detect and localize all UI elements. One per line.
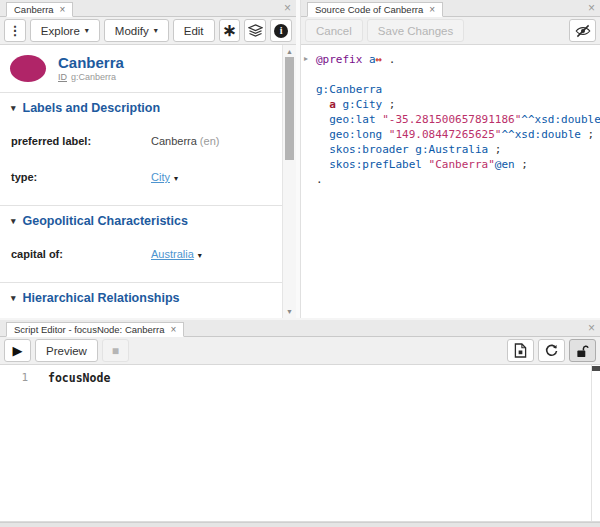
export-script-button[interactable] <box>507 339 534 362</box>
edit-button[interactable]: Edit <box>173 19 215 42</box>
top-row: Canberra × × ⋮ Explore ▾ Modify ▾ E <box>0 0 600 320</box>
code-line: skos:broader g:Australia ; <box>316 142 600 157</box>
code-token: ^^xsd:double <box>521 113 600 126</box>
source-code-editor[interactable]: ▸ @prefix a↔ .g:Canberra a g:City ; geo:… <box>301 45 600 318</box>
tab-script-label: Script Editor - focusNode: Canberra <box>14 324 164 335</box>
script-code-text[interactable]: focusNode <box>48 371 110 385</box>
script-panel-tabbar: Script Editor - focusNode: Canberra × × <box>0 320 600 337</box>
panel-close-icon[interactable]: × <box>588 1 595 15</box>
stop-icon: ■ <box>112 345 119 357</box>
script-scrollbar[interactable] <box>591 365 600 521</box>
language-tag: (en) <box>200 135 220 147</box>
code-line: geo:lat "-35.281500657891186"^^xsd:doubl… <box>316 112 600 127</box>
chevron-down-icon[interactable]: ▾ <box>174 174 178 183</box>
code-token: skos:broader <box>329 143 408 156</box>
edit-label: Edit <box>184 25 204 37</box>
code-token: @prefix <box>316 53 369 66</box>
line-number: 1 <box>0 365 38 384</box>
tab-source-code[interactable]: Source Code of Canberra × <box>307 2 443 17</box>
cancel-button[interactable]: Cancel <box>305 19 363 42</box>
code-token <box>316 113 329 126</box>
capital-of-value-link[interactable]: Australia <box>151 248 194 260</box>
code-token <box>422 158 429 171</box>
window-bottom-strip <box>0 522 600 527</box>
code-token <box>336 98 343 111</box>
tab-close-icon[interactable]: × <box>170 325 176 335</box>
code-line <box>316 67 600 82</box>
modify-dropdown[interactable]: Modify ▾ <box>104 19 169 42</box>
unlock-icon <box>575 344 590 358</box>
section-title: Geopolitical Characteristics <box>23 214 188 228</box>
save-changes-button[interactable]: Save Changes <box>367 19 464 42</box>
section-hierarchical[interactable]: ▾ Hierarchical Relationships <box>0 282 282 311</box>
scroll-up-icon[interactable]: ▲ <box>283 48 296 55</box>
tab-canberra[interactable]: Canberra × <box>6 2 73 17</box>
menu-button[interactable]: ⋮ <box>4 19 26 42</box>
chevron-down-icon[interactable]: ▾ <box>198 251 202 260</box>
collapse-triangle-icon: ▾ <box>11 216 16 226</box>
row-preferred-label: preferred label: Canberra(en) <box>0 127 282 163</box>
code-token: g:Canberra <box>316 83 382 96</box>
prop-label: capital of: <box>11 248 151 260</box>
code-token: ; <box>382 98 395 111</box>
source-code-panel: Source Code of Canberra × × Cancel Save … <box>300 0 600 318</box>
info-button[interactable]: i <box>270 19 292 42</box>
code-token <box>316 158 329 171</box>
entity-avatar <box>10 55 46 82</box>
explore-dropdown[interactable]: Explore ▾ <box>30 19 100 42</box>
section-title: Hierarchical Relationships <box>23 291 180 305</box>
run-button[interactable]: ▶ <box>4 339 31 362</box>
section-geopolitical[interactable]: ▾ Geopolitical Characteristics <box>0 205 282 234</box>
collapse-triangle-icon: ▾ <box>11 103 16 113</box>
line-number-gutter: 1 <box>0 365 38 521</box>
panel-close-icon[interactable]: × <box>588 321 595 335</box>
code-token: "149.08447265625" <box>389 128 502 141</box>
code-token <box>316 98 329 111</box>
hide-button[interactable] <box>569 19 596 42</box>
code-token: @en <box>495 158 515 171</box>
entity-scrollbar[interactable]: ▲ ▼ <box>282 45 296 318</box>
chevron-down-icon: ▾ <box>85 26 89 35</box>
code-token: g:City <box>343 98 383 111</box>
section-labels-description[interactable]: ▾ Labels and Description <box>0 92 282 121</box>
scrollbar-thumb[interactable] <box>592 366 600 371</box>
scroll-down-icon[interactable]: ▼ <box>283 308 296 315</box>
entity-content: Canberra IDg:Canberra ▾ Labels and Descr… <box>0 45 296 318</box>
kebab-menu-icon: ⋮ <box>8 23 21 38</box>
explore-label: Explore <box>41 25 80 37</box>
stop-button[interactable]: ■ <box>102 339 129 362</box>
type-value-link[interactable]: City <box>151 171 170 183</box>
code-token: g:Australia <box>415 143 488 156</box>
entity-header: Canberra IDg:Canberra <box>0 45 282 92</box>
play-icon: ▶ <box>13 344 23 357</box>
lock-toggle-button[interactable] <box>569 339 596 362</box>
section-title: Labels and Description <box>23 101 161 115</box>
code-token: "Canberra" <box>429 158 495 171</box>
code-token: ; <box>581 128 594 141</box>
eye-off-icon <box>574 24 592 38</box>
code-line: skos:prefLabel "Canberra"@en ; <box>316 157 600 172</box>
script-editor-area[interactable]: 1 focusNode <box>0 365 600 522</box>
prop-label: type: <box>11 171 151 183</box>
layers-button[interactable] <box>244 19 266 42</box>
scrollbar-thumb[interactable] <box>285 57 294 160</box>
source-panel-tabbar: Source Code of Canberra × × <box>301 0 600 17</box>
preview-button[interactable]: Preview <box>35 339 98 362</box>
code-token <box>316 143 329 156</box>
row-capital-of: capital of: Australia▾ <box>0 240 282 276</box>
code-token: ; <box>515 158 528 171</box>
tab-script-editor[interactable]: Script Editor - focusNode: Canberra × <box>6 322 184 337</box>
mark-button[interactable]: ∗ <box>219 19 241 42</box>
tab-close-icon[interactable]: × <box>429 5 435 15</box>
source-code-text[interactable]: @prefix a↔ .g:Canberra a g:City ; geo:la… <box>316 52 600 187</box>
source-toolbar: Cancel Save Changes <box>301 17 600 45</box>
cancel-label: Cancel <box>316 25 352 37</box>
panel-close-icon[interactable]: × <box>284 1 291 15</box>
tab-close-icon[interactable]: × <box>60 5 66 15</box>
save-changes-label: Save Changes <box>378 25 453 37</box>
code-token: a <box>329 98 336 111</box>
code-token: skos:prefLabel <box>329 158 422 171</box>
fold-arrow-icon[interactable]: ▸ <box>304 54 308 63</box>
preferred-label-value: Canberra <box>151 135 197 147</box>
refresh-button[interactable] <box>538 339 565 362</box>
